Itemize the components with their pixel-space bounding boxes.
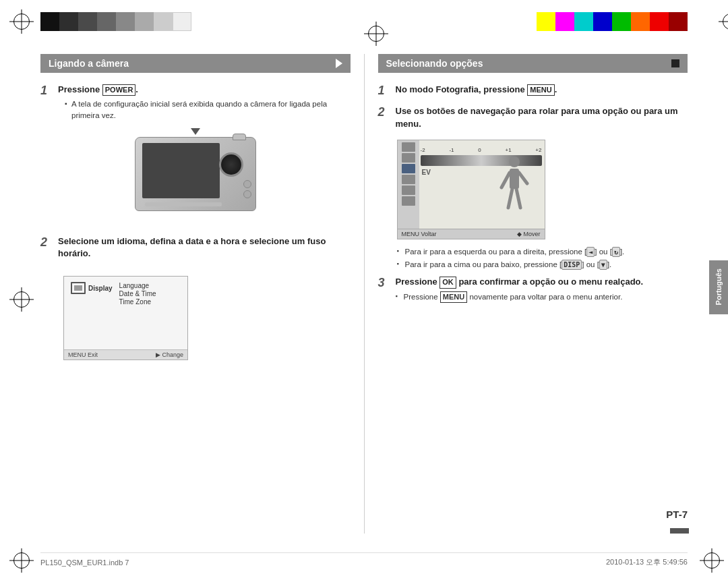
ev-plus2: +2 [535,147,541,153]
color-swatch-dr [669,12,688,31]
power-key: POWER [102,84,136,96]
bottom-right-reg-mark [700,548,724,573]
top-left-reg-mark [9,9,34,34]
step-1-bullet: A tela de configuração inicial será exib… [65,98,351,121]
right-step-3-bullet: Pressione MENU novamente para voltar par… [396,291,688,303]
color-swatch-r [650,12,669,31]
color-swatch-2 [59,12,78,31]
content-columns: Ligando a câmera 1 Pressione POWER. A te… [40,54,688,534]
ev-display-footer: MENU Voltar ◆ Mover [398,229,545,239]
page-number-bar [670,528,689,534]
ev-footer-right: ◆ Mover [517,231,541,237]
color-swatch-1 [40,12,59,31]
svg-line-2 [502,173,510,188]
ev-icon-2 [402,153,415,163]
color-swatch-7 [154,12,173,31]
header-play-icon [336,59,342,68]
camera-photo [135,137,256,218]
right-step-1-text: No modo Fotografia, pressione MENU. [396,84,688,96]
color-swatch-5 [116,12,135,31]
svg-point-0 [509,156,520,167]
right-step-3: 3 Pressione OK para confirmar a opção ou… [378,276,688,305]
down-key: ▼ [599,260,607,270]
menu-item-datetime: Date & Time [119,290,156,297]
color-swatch-3 [78,12,97,31]
color-swatch-6 [135,12,154,31]
color-swatch-4 [97,12,116,31]
camera-lens [219,152,243,177]
left-color-blocks [40,12,191,31]
right-step-2-number: 2 [378,105,390,120]
ev-minus1: -1 [449,147,454,153]
step-1-main-text: Pressione POWER. [58,84,351,96]
right-step-2-content: Use os botões de navegação para rolar pa… [396,105,688,132]
ev-camera-screenshot: -2 -1 0 +1 +2 EV [397,140,545,239]
ev-scale-labels: -2 -1 0 +1 +2 [421,147,542,153]
color-bar [40,12,688,31]
left-section-header: Ligando a câmera [40,54,351,73]
ev-icon-5 [402,185,415,195]
ev-minus2: -2 [421,147,425,153]
header-stop-icon [671,59,679,67]
svg-line-4 [508,189,512,208]
right-step-1: 1 No modo Fotografia, pressione MENU. [378,84,688,98]
color-swatch-g [612,12,631,31]
menu-footer-right: ▶ Change [156,351,183,358]
ev-sidebar-icons [398,140,419,239]
right-step-3-content: Pressione OK para confirmar a opção ou o… [396,276,688,305]
right-step-1-number: 1 [378,84,390,98]
ev-zero: 0 [478,147,481,153]
menu-item-timezone: Time Zone [119,298,156,306]
language-side-tab: Português [709,260,728,314]
color-swatch-b [593,12,612,31]
menu-key-2: MENU [440,291,467,303]
page-number: PT-7 [666,509,688,520]
ev-footer-left: MENU Voltar [402,231,437,237]
right-step-3-text: Pressione OK para confirmar a opção ou o… [396,276,688,288]
right-step-2-text: Use os botões de navegação para rolar pa… [396,105,688,130]
step-1-number: 1 [40,84,53,98]
ev-person-silhouette [497,154,531,221]
menu-item-language: Language [119,282,156,289]
ev-plus1: +1 [505,147,511,153]
svg-line-3 [519,173,527,183]
step-2-main-text: Selecione um idioma, defina a data e a h… [58,235,351,260]
left-step-2: 2 Selecione um idioma, defina a data e a… [40,235,351,262]
right-section-header: Selecionando opções [378,54,688,73]
step-1-content: Pressione POWER. A tela de configuração … [58,84,351,123]
step-2-number: 2 [40,235,53,250]
left-step-1: 1 Pressione POWER. A tela de configuraçã… [40,84,351,123]
menu-inner: Display Language Date & Time Time Zone [64,277,187,311]
rotate-key: ↻ [612,247,620,257]
camera-screen [142,143,220,198]
camera-menu-screenshot: Display Language Date & Time Time Zone M… [63,276,188,360]
camera-body [135,137,256,211]
footer-left-text: PL150_QSM_EUR1.indb 7 [40,558,129,567]
top-right-reg-mark [719,9,728,34]
color-swatch-o [631,12,650,31]
menu-display-label: Display [88,285,113,292]
color-swatch-y [537,12,555,31]
ev-icon-4 [402,175,415,184]
color-swatch-m [555,12,574,31]
right-header-title: Selecionando opções [386,58,672,69]
step-2-content: Selecione um idioma, defina a data e a h… [58,235,351,262]
color-swatch-c [574,12,593,31]
footer-right-text: 2010-01-13 오후 5:49:56 [606,557,688,567]
left-reg-mark [9,287,34,312]
ok-key: OK [439,277,456,288]
menu-footer: MENU Exit ▶ Change [64,349,187,360]
ev-text-label: EV [422,169,431,176]
camera-down-arrow [191,128,200,135]
menu-key: MENU [527,84,554,96]
page-footer: PL150_QSM_EUR1.indb 7 2010-01-13 오후 5:49… [40,552,688,567]
right-step-1-content: No modo Fotografia, pressione MENU. [396,84,688,98]
right-color-blocks [537,12,688,31]
left-arrow-key: ◄ [586,247,595,257]
menu-footer-left: MENU Exit [68,351,98,358]
right-bullet-2: Para ir para a cima ou para baixo, press… [397,259,688,270]
bottom-left-reg-mark [9,548,34,573]
left-column: Ligando a câmera 1 Pressione POWER. A te… [40,54,365,534]
right-column: Selecionando opções 1 No modo Fotografia… [365,54,688,534]
svg-rect-1 [510,169,519,189]
